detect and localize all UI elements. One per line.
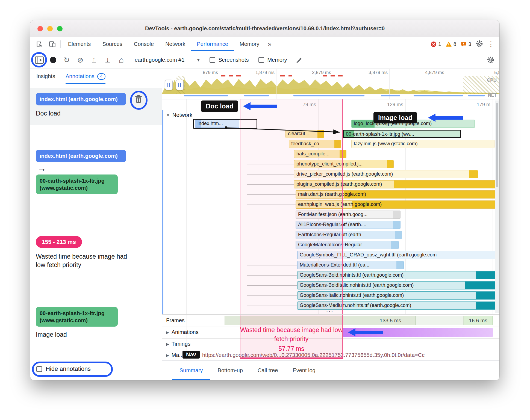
request-bar[interactable]: clearcut...	[285, 130, 324, 138]
request-whisker	[247, 265, 297, 265]
screenshots-checkbox-row[interactable]: Screenshots	[205, 57, 253, 63]
nav-marker-chip[interactable]: Nav	[182, 351, 200, 359]
bottom-tab-call-tree[interactable]: Call tree	[250, 361, 285, 380]
request-whisker	[247, 144, 289, 144]
annotation-label[interactable]: Doc load	[36, 110, 157, 117]
network-track-header[interactable]: ▼ Network	[166, 112, 192, 118]
request-bar[interactable]: GoogleSans-Italic.nohints.ttf (earth.goo…	[297, 291, 496, 300]
request-bar[interactable]: main.dart.js (earth.google.com)	[296, 190, 496, 199]
request-bar[interactable]: GoogleMaterialIcons-Regular....	[296, 241, 399, 249]
frame-segment-idle[interactable]	[416, 316, 464, 325]
tab-performance[interactable]: Performance	[191, 37, 234, 51]
tab-annotations[interactable]: Annotations 4	[66, 69, 106, 84]
issues-badge[interactable]: 3	[461, 41, 471, 47]
minimap[interactable]: CPU NET 879 ms1,879 ms2,879 ms3,879 ms4,…	[162, 69, 499, 99]
request-bar[interactable]: GoogleSans-Bold.nohints.ttf (earth.googl…	[297, 271, 496, 279]
minimap-tick-label: 5,8	[494, 70, 499, 75]
download-profile-icon[interactable]: ↓	[101, 54, 114, 66]
more-tabs-icon[interactable]: »	[265, 37, 274, 51]
annotation-entry-doc-load[interactable]: index.html (earth.google.com) Doc load	[30, 88, 162, 125]
request-whisker	[247, 306, 297, 306]
home-icon[interactable]: ⌂	[115, 54, 128, 66]
frames-track-label[interactable]: Frames	[166, 317, 185, 324]
memory-checkbox-row[interactable]: Memory	[254, 57, 291, 63]
main-thread-track-label[interactable]: ▶ Ma...	[166, 352, 184, 358]
triangle-right-icon[interactable]: ▶	[166, 342, 169, 346]
annotation-pill-index-html[interactable]: index.html (earth.google.com)	[36, 93, 126, 105]
request-bar[interactable]: EarthIcons-Regular.otf (earth....	[296, 231, 402, 239]
close-window-button[interactable]	[37, 26, 43, 31]
bottom-tab-event-log[interactable]: Event log	[285, 361, 323, 380]
inspect-element-icon[interactable]	[33, 37, 46, 51]
animations-track-label[interactable]: ▶ Animations	[166, 329, 199, 335]
network-request-row: phenotype_client_compiled.j...	[162, 160, 499, 168]
annotation-entry-link[interactable]: index.html (earth.google.com) → 00-earth…	[30, 150, 162, 194]
tab-sources[interactable]: Sources	[96, 37, 128, 51]
request-bar[interactable]: earthplugin_web.js (earth.google.com)	[296, 200, 496, 209]
tab-console[interactable]: Console	[128, 37, 160, 51]
annotation-entry-time-range[interactable]: 155 - 213 ms Wasted time because image h…	[30, 236, 162, 269]
request-bar[interactable]: GoogleSans-BoldItalic.nohints.ttf (earth…	[297, 281, 496, 289]
request-bar[interactable]: index.htm...	[195, 120, 239, 128]
trash-icon[interactable]	[134, 100, 143, 105]
error-badge[interactable]: 1	[431, 41, 441, 47]
bottom-tab-bottom-up[interactable]: Bottom-up	[210, 361, 250, 380]
screenshots-checkbox[interactable]	[210, 57, 215, 63]
triangle-right-icon[interactable]: ▶	[166, 330, 169, 335]
annotation-pill-splash-image[interactable]: 00-earth-splash-1x-ltr.jpg (www.gstatic.…	[36, 174, 118, 194]
minimap-right-handle[interactable]	[176, 80, 184, 90]
request-bar[interactable]: MaterialIcons-Extended.ttf (ea...	[297, 261, 404, 269]
devtools-window: DevTools - earth.google.com/static/multi…	[30, 20, 499, 380]
zoom-window-button[interactable]	[57, 26, 63, 31]
annotation-pill-index-html[interactable]: index.html (earth.google.com)	[36, 150, 126, 162]
settings-gear-icon[interactable]	[476, 40, 483, 48]
request-bar[interactable]: GoogleSymbols_FILL_GRAD_opsz_wght.ttf (e…	[297, 251, 496, 259]
waterfall[interactable]: ▼ Network index.htm...logo_lockup.svg (e…	[162, 99, 499, 314]
annotation-entry-image-load[interactable]: 00-earth-splash-1x-ltr.jpg (www.gstatic.…	[30, 307, 162, 338]
frame-segment-short[interactable]: 16.6 ms	[464, 316, 493, 325]
request-bar[interactable]: feedback_co...	[289, 140, 341, 148]
request-bar[interactable]: All1PIcons-Regular.otf (earth....	[296, 221, 401, 229]
image-load-annotation-chip[interactable]: Image load	[373, 112, 417, 123]
request-bar[interactable]: drive_picker_compiled.js (earth.google.c…	[294, 170, 478, 178]
upload-profile-icon[interactable]: ↑	[88, 54, 100, 66]
request-bar[interactable]: plugins_compiled.js (earth.google.com)	[294, 180, 496, 188]
tab-insights[interactable]: Insights	[36, 69, 55, 84]
device-toolbar-icon[interactable]	[46, 37, 59, 51]
frame-segment-long[interactable]: 133.5 ms	[225, 316, 416, 325]
request-bar[interactable]: hats_compile...	[294, 150, 346, 158]
doc-load-annotation-chip[interactable]: Doc load	[201, 100, 238, 112]
tab-elements[interactable]: Elements	[62, 37, 96, 51]
bottom-tab-summary[interactable]: Summary	[172, 361, 210, 380]
target-selector[interactable]: earth.google.com #1 ▼	[129, 57, 204, 63]
more-requests-indicator[interactable]: ...	[326, 306, 334, 313]
warning-badge[interactable]: 8	[446, 41, 457, 47]
kebab-menu-icon[interactable]: ⋮	[487, 40, 494, 48]
tab-network[interactable]: Network	[160, 37, 191, 51]
annotation-label[interactable]: Wasted time because image had low fetch …	[36, 252, 129, 269]
scrollbar-thumb[interactable]	[496, 103, 498, 187]
minimize-window-button[interactable]	[47, 26, 53, 31]
annotation-pill-splash-image[interactable]: 00-earth-splash-1x-ltr.jpg (www.gstatic.…	[36, 307, 118, 327]
time-range-pill[interactable]: 155 - 213 ms	[36, 236, 82, 248]
clear-recording-icon[interactable]: ⊘	[74, 54, 87, 66]
request-bar[interactable]: 00-earth-splash-1x-ltr.jpg (ww...	[343, 130, 461, 138]
request-bar[interactable]: lazy.min.js (www.gstatic.com)	[351, 140, 494, 148]
timings-track-label[interactable]: ▶ Timings	[166, 341, 190, 347]
collect-garbage-icon[interactable]	[293, 54, 305, 66]
triangle-down-icon[interactable]: ▼	[166, 113, 170, 117]
hide-annotations-row[interactable]: Hide annotations	[36, 365, 91, 372]
request-bar[interactable]: phenotype_client_compiled.j...	[294, 160, 394, 168]
reload-and-record-icon[interactable]: ↻	[60, 54, 73, 66]
panel-settings-gear-icon[interactable]	[484, 54, 497, 66]
minimap-left-handle[interactable]	[165, 80, 173, 90]
hide-annotations-checkbox[interactable]	[36, 366, 42, 372]
tab-memory[interactable]: Memory	[234, 37, 265, 51]
vertical-scrollbar[interactable]	[495, 100, 499, 313]
record-button[interactable]	[47, 54, 59, 66]
triangle-right-icon[interactable]: ▶	[166, 353, 169, 357]
annotation-label[interactable]: Image load	[36, 331, 157, 338]
memory-checkbox[interactable]	[258, 57, 264, 63]
request-bar[interactable]: FontManifest.json (earth.goog...	[296, 211, 401, 219]
toggle-sidebar-icon[interactable]	[33, 54, 46, 66]
